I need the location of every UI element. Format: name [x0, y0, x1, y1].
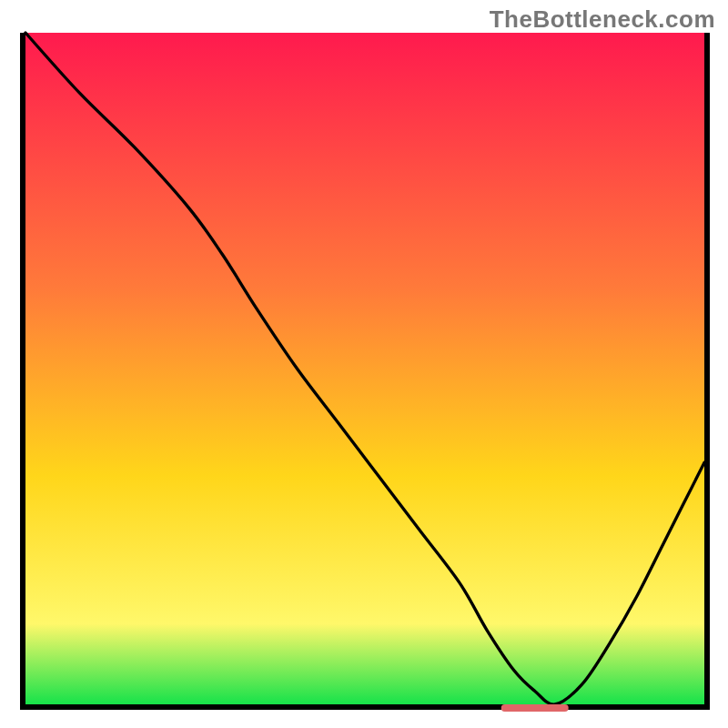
plot-area: [20, 33, 710, 710]
chart-stage: TheBottleneck.com: [0, 0, 728, 728]
watermark-text: TheBottleneck.com: [490, 5, 715, 34]
bottleneck-curve: [25, 33, 704, 704]
optimal-range-marker: [500, 704, 569, 712]
